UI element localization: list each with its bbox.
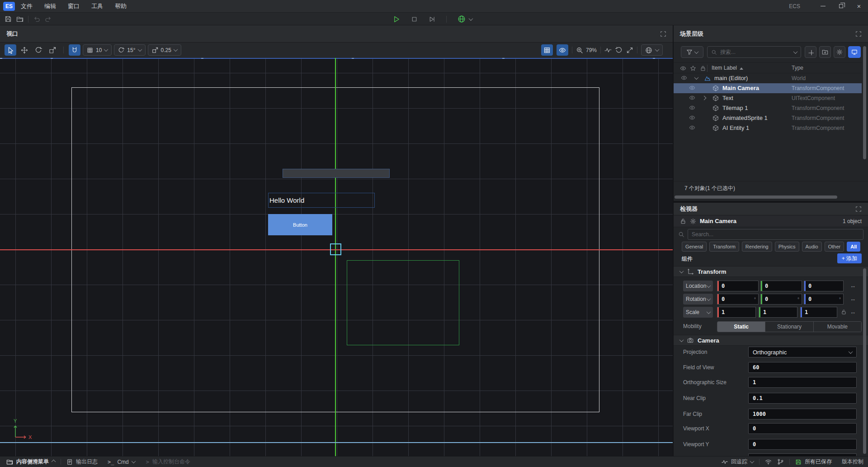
save-status[interactable]: 所有已保存 <box>795 457 832 467</box>
hierarchy-row-world[interactable]: main (Editor) World <box>674 73 862 83</box>
minimize-button[interactable] <box>814 0 832 13</box>
scale-y-input[interactable]: 1 <box>759 307 797 318</box>
save-icon[interactable] <box>5 15 12 23</box>
location-x-input[interactable]: 0 <box>717 281 759 291</box>
eye-icon[interactable] <box>689 124 695 131</box>
hierarchy-settings-button[interactable] <box>834 46 845 58</box>
tab-all[interactable]: All <box>847 242 860 252</box>
stats-icon[interactable] <box>604 47 612 54</box>
reset-view-icon[interactable] <box>615 47 623 54</box>
eye-icon[interactable] <box>689 114 695 121</box>
close-button[interactable]: × <box>850 0 868 13</box>
visibility-options-button[interactable] <box>557 44 568 56</box>
orthographic-size-input[interactable]: 1 <box>748 377 857 388</box>
eye-icon[interactable] <box>689 95 695 101</box>
hierarchy-row-main-camera[interactable]: Main Camera TransformComponent <box>674 83 862 93</box>
output-log-button[interactable]: 输出日志 <box>66 457 98 467</box>
zoom-level-control[interactable]: 79% <box>576 47 597 54</box>
rotation-dropdown[interactable]: Rotation <box>683 294 713 305</box>
panel-sprite-object[interactable] <box>283 169 390 178</box>
undo-icon[interactable] <box>33 15 40 23</box>
hierarchy-row-animatedsprite[interactable]: AnimatedSprite 1 TransformComponent <box>674 113 862 123</box>
rotation-x-input[interactable]: 0° <box>717 294 759 305</box>
grid-snap-dropdown[interactable]: 10 <box>83 44 112 56</box>
console-command-input[interactable]: > 输入控制台命令 <box>146 457 190 467</box>
chevron-down-icon[interactable] <box>694 75 699 80</box>
type-column[interactable]: Type <box>792 65 803 71</box>
eye-icon[interactable] <box>681 75 687 81</box>
maximize-panel-icon[interactable] <box>855 31 862 37</box>
lock-inspector-icon[interactable] <box>680 218 686 224</box>
play-button[interactable] <box>392 15 400 23</box>
hierarchy-search-input[interactable]: 搜索... <box>707 46 801 58</box>
inspector-search-input[interactable]: Search... <box>688 229 863 240</box>
menu-file[interactable]: 文件 <box>15 0 38 13</box>
content-drawer-button[interactable]: 内容侧滑菜单 <box>6 457 55 467</box>
scale-z-input[interactable]: 1 <box>800 307 837 318</box>
tab-other[interactable]: Other <box>825 242 844 252</box>
rotation-y-input[interactable]: 0° <box>760 294 802 305</box>
rotation-snap-dropdown[interactable]: 15° <box>114 44 145 56</box>
horizontal-scrollbar[interactable] <box>675 195 837 199</box>
location-z-input[interactable]: 0 <box>804 281 844 291</box>
maximize-panel-icon[interactable] <box>660 31 666 37</box>
menu-window[interactable]: 窗口 <box>62 0 85 13</box>
select-tool-button[interactable] <box>5 44 16 56</box>
rotate-tool-button[interactable] <box>33 44 44 56</box>
far-clip-input[interactable]: 1000 <box>748 409 857 419</box>
hierarchy-row-tilemap[interactable]: Tilemap 1 TransformComponent <box>674 103 862 113</box>
step-button[interactable] <box>429 16 435 23</box>
vertical-scrollbar[interactable] <box>863 268 866 454</box>
lock-column-icon[interactable] <box>700 65 706 71</box>
chevron-right-icon[interactable] <box>702 96 707 100</box>
text-object[interactable]: Hello World <box>268 193 375 208</box>
viewport-x-input[interactable]: 0 <box>748 423 857 434</box>
gear-icon[interactable] <box>690 218 696 224</box>
add-entity-button[interactable] <box>805 46 816 58</box>
link-values-icon[interactable]: ↔ <box>850 309 856 315</box>
selection-gizmo[interactable] <box>330 243 341 255</box>
filter-dropdown[interactable] <box>681 46 703 58</box>
scale-dropdown[interactable]: Scale <box>683 307 713 318</box>
item-label-column[interactable]: Item Label <box>712 65 743 71</box>
hierarchy-row-text[interactable]: Text UITextComponent <box>674 93 862 103</box>
button-object[interactable]: Button <box>268 214 332 235</box>
expand-view-icon[interactable] <box>626 47 633 54</box>
star-column-icon[interactable] <box>690 65 696 71</box>
redo-icon[interactable] <box>45 15 52 23</box>
uniform-scale-lock-icon[interactable] <box>841 309 847 315</box>
eye-icon[interactable] <box>689 85 695 91</box>
tab-general[interactable]: General <box>682 242 707 252</box>
menu-tools[interactable]: 工具 <box>85 0 109 13</box>
scene-canvas[interactable]: Hello World Button Y X <box>0 58 673 456</box>
new-folder-button[interactable] <box>819 46 831 58</box>
scale-tool-button[interactable] <box>47 44 58 56</box>
scale-x-input[interactable]: 1 <box>717 307 756 318</box>
snap-toggle-button[interactable] <box>69 44 80 56</box>
run-target-dropdown[interactable] <box>458 15 472 23</box>
tab-rendering[interactable]: Rendering <box>742 242 772 252</box>
menu-edit[interactable]: 编辑 <box>38 0 62 13</box>
viewport-y-input[interactable]: 0 <box>748 439 857 450</box>
tab-audio[interactable]: Audio <box>802 242 822 252</box>
mobility-movable[interactable]: Movable <box>814 322 861 332</box>
menu-help[interactable]: 帮助 <box>109 0 132 13</box>
branch-icon[interactable] <box>777 458 784 465</box>
camera-section-header[interactable]: Camera <box>674 335 868 346</box>
open-folder-icon[interactable] <box>16 15 24 23</box>
move-tool-button[interactable] <box>19 44 30 56</box>
transform-section-header[interactable]: Transform <box>674 266 868 277</box>
near-clip-input[interactable]: 0.1 <box>748 393 857 404</box>
cmd-dropdown[interactable]: >_ Cmd <box>108 457 135 467</box>
eye-column-icon[interactable] <box>680 65 686 71</box>
grid-visibility-button[interactable] <box>541 44 553 56</box>
restore-button[interactable] <box>832 0 850 13</box>
field-of-view-input[interactable]: 60 <box>748 362 857 373</box>
tab-transform[interactable]: Transform <box>709 242 739 252</box>
eye-icon[interactable] <box>689 105 695 111</box>
tab-physics[interactable]: Physics <box>775 242 799 252</box>
app-logo[interactable]: ES <box>3 2 15 11</box>
world-dropdown[interactable] <box>641 44 663 56</box>
maximize-panel-icon[interactable] <box>855 206 862 212</box>
hierarchy-row-ai-entity[interactable]: AI Entity 1 TransformComponent <box>674 123 862 133</box>
